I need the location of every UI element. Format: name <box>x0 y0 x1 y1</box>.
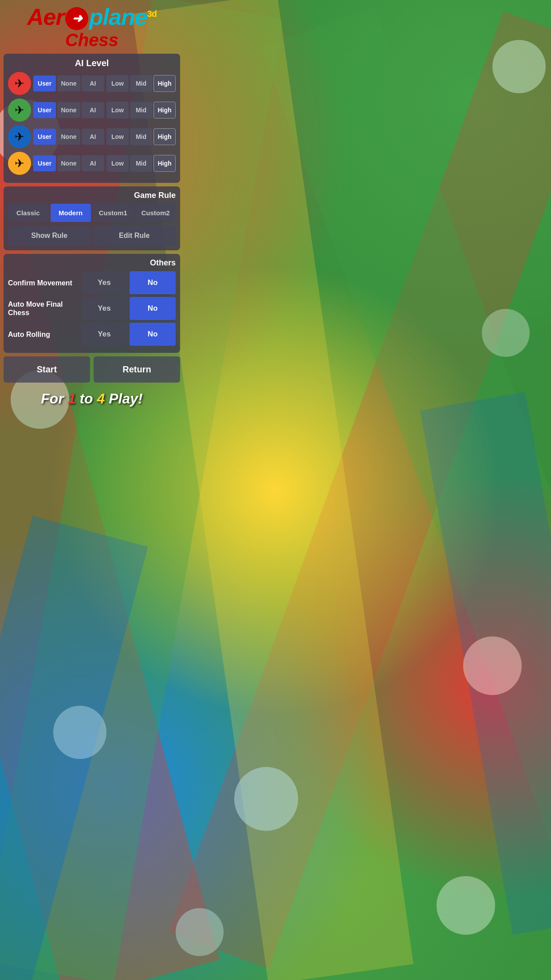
others-label-2: Auto Rolling <box>8 330 79 339</box>
rule-actions: Show Rule Edit Rule <box>8 225 176 246</box>
player-yellow-none-btn[interactable]: None <box>57 155 80 171</box>
footer-play: Play! <box>109 391 142 407</box>
player-red-low-btn[interactable]: Low <box>106 75 129 92</box>
rule-option-custom2[interactable]: Custom2 <box>135 204 176 222</box>
others-1-yes-btn[interactable]: Yes <box>81 297 127 320</box>
player-green-mid-btn[interactable]: Mid <box>130 102 152 119</box>
player-ctrl-green: UserNoneAI <box>33 102 104 118</box>
player-blue-mid-btn[interactable]: Mid <box>130 128 152 145</box>
player-red-mid-btn[interactable]: Mid <box>130 75 152 92</box>
others-2-yes-btn[interactable]: Yes <box>81 323 127 346</box>
logo-arrow-circle: ➜ <box>65 7 88 30</box>
rule-options: ClassicModernCustom1Custom2 <box>8 204 176 222</box>
player-icon-red: ✈ <box>8 72 31 95</box>
player-icon-green: ✈ <box>8 99 31 122</box>
others-rows-container: Confirm MovementYesNoAuto Move Final Che… <box>8 271 176 346</box>
player-ctrl-red: UserNoneAI <box>33 75 104 91</box>
player-red-none-btn[interactable]: None <box>57 75 80 91</box>
rule-option-custom1[interactable]: Custom1 <box>93 204 134 222</box>
others-label-1: Auto Move Final Chess <box>8 300 79 317</box>
player-yellow-high-btn[interactable]: High <box>153 155 176 172</box>
start-button[interactable]: Start <box>4 356 90 383</box>
player-yellow-low-btn[interactable]: Low <box>106 155 129 172</box>
player-blue-user-btn[interactable]: User <box>33 129 56 145</box>
game-rule-header: Game Rule <box>8 191 176 200</box>
logo-plane-text: plane <box>89 4 147 30</box>
return-button[interactable]: Return <box>94 356 180 383</box>
player-ctrl-blue: UserNoneAI <box>33 129 104 145</box>
player-ai-level-green: LowMidHigh <box>106 102 176 119</box>
player-row-green: ✈UserNoneAILowMidHigh <box>8 99 176 122</box>
logo-section: Aer➜plane3d Chess <box>4 0 180 54</box>
player-ctrl-yellow: UserNoneAI <box>33 155 104 171</box>
bottom-buttons: Start Return <box>4 356 180 383</box>
logo-aer: Aer <box>27 4 64 30</box>
footer-to: to <box>79 391 97 407</box>
player-green-user-btn[interactable]: User <box>33 102 56 118</box>
footer-1: 1 <box>68 391 80 407</box>
others-2-no-btn[interactable]: No <box>130 323 176 346</box>
others-header: Others <box>8 258 176 268</box>
player-red-ai-btn[interactable]: AI <box>82 75 104 91</box>
player-yellow-mid-btn[interactable]: Mid <box>130 155 152 172</box>
logo-3d: 3d <box>147 9 157 19</box>
player-ai-level-red: LowMidHigh <box>106 75 176 92</box>
footer-for: For <box>41 391 67 407</box>
others-row-0: Confirm MovementYesNo <box>8 271 176 294</box>
rule-option-modern[interactable]: Modern <box>51 204 91 222</box>
player-green-ai-btn[interactable]: AI <box>82 102 104 118</box>
player-blue-none-btn[interactable]: None <box>57 129 80 145</box>
player-row-yellow: ✈UserNoneAILowMidHigh <box>8 152 176 175</box>
game-rule-panel: Game Rule ClassicModernCustom1Custom2 Sh… <box>4 186 180 250</box>
player-blue-high-btn[interactable]: High <box>153 128 176 145</box>
others-row-2: Auto RollingYesNo <box>8 323 176 346</box>
footer: For 1 to 4 Play! <box>4 386 180 409</box>
player-ai-level-blue: LowMidHigh <box>106 128 176 145</box>
rule-option-classic[interactable]: Classic <box>8 204 48 222</box>
player-red-high-btn[interactable]: High <box>153 75 176 92</box>
player-row-red: ✈UserNoneAILowMidHigh <box>8 72 176 95</box>
footer-4: 4 <box>97 391 109 407</box>
others-yn-0: YesNo <box>81 271 176 294</box>
player-green-low-btn[interactable]: Low <box>106 102 129 119</box>
others-row-1: Auto Move Final ChessYesNo <box>8 297 176 320</box>
edit-rule-button[interactable]: Edit Rule <box>93 225 176 246</box>
player-red-user-btn[interactable]: User <box>33 75 56 91</box>
ai-level-header: AI Level <box>8 58 176 68</box>
player-green-none-btn[interactable]: None <box>57 102 80 118</box>
others-label-0: Confirm Movement <box>8 279 79 287</box>
show-rule-button[interactable]: Show Rule <box>8 225 91 246</box>
player-rows-container: ✈UserNoneAILowMidHigh✈UserNoneAILowMidHi… <box>8 72 176 175</box>
others-panel: Others Confirm MovementYesNoAuto Move Fi… <box>4 254 180 353</box>
player-green-high-btn[interactable]: High <box>153 102 176 119</box>
player-blue-ai-btn[interactable]: AI <box>82 129 104 145</box>
others-yn-1: YesNo <box>81 297 176 320</box>
others-0-no-btn[interactable]: No <box>130 271 176 294</box>
others-yn-2: YesNo <box>81 323 176 346</box>
player-yellow-ai-btn[interactable]: AI <box>82 155 104 171</box>
player-icon-blue: ✈ <box>8 125 31 148</box>
player-row-blue: ✈UserNoneAILowMidHigh <box>8 125 176 148</box>
player-ai-level-yellow: LowMidHigh <box>106 155 176 172</box>
player-yellow-user-btn[interactable]: User <box>33 155 56 171</box>
others-1-no-btn[interactable]: No <box>130 297 176 320</box>
player-icon-yellow: ✈ <box>8 152 31 175</box>
others-0-yes-btn[interactable]: Yes <box>81 271 127 294</box>
player-blue-low-btn[interactable]: Low <box>106 128 129 145</box>
ai-level-panel: AI Level ✈UserNoneAILowMidHigh✈UserNoneA… <box>4 54 180 183</box>
logo-chess-text: Chess <box>65 30 118 50</box>
